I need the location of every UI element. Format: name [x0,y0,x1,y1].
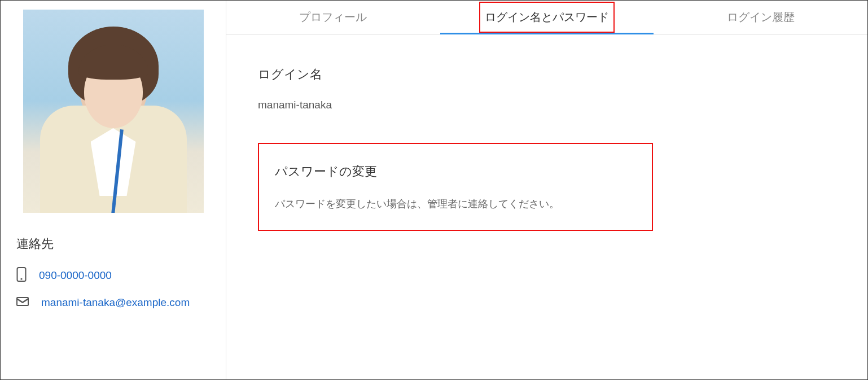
tab-bar: プロフィール ログイン名とパスワード ログイン履歴 [226,1,867,34]
contact-phone-link[interactable]: 090-0000-0000 [39,269,112,282]
contact-email-link[interactable]: manami-tanaka@example.com [41,296,190,309]
phone-icon [16,267,27,284]
tab-profile[interactable]: プロフィール [226,1,440,34]
tab-profile-label: プロフィール [299,10,367,25]
password-change-card: パスワードの変更 パスワードを変更したい場合は、管理者に連絡してください。 [258,143,653,231]
password-change-text: パスワードを変更したい場合は、管理者に連絡してください。 [275,197,636,211]
tab-login-password-label: ログイン名とパスワード [485,10,609,25]
login-name-label: ログイン名 [258,66,836,83]
tab-login-password[interactable]: ログイン名とパスワード [440,1,654,34]
contact-phone-row: 090-0000-0000 [16,267,210,284]
contact-heading: 連絡先 [16,235,210,252]
tab-content: ログイン名 manami-tanaka パスワードの変更 パスワードを変更したい… [226,34,867,231]
svg-point-1 [20,278,22,279]
password-change-title: パスワードの変更 [275,163,636,180]
profile-photo [23,10,204,213]
mail-icon [16,297,29,308]
tab-login-history[interactable]: ログイン履歴 [654,1,867,34]
main-area: プロフィール ログイン名とパスワード ログイン履歴 ログイン名 manami-t… [226,1,867,379]
profile-sidebar: 連絡先 090-0000-0000 manami-tanaka@example.… [1,1,226,379]
contact-email-row: manami-tanaka@example.com [16,296,210,309]
tab-login-history-label: ログイン履歴 [727,10,795,25]
login-name-value: manami-tanaka [258,99,836,111]
